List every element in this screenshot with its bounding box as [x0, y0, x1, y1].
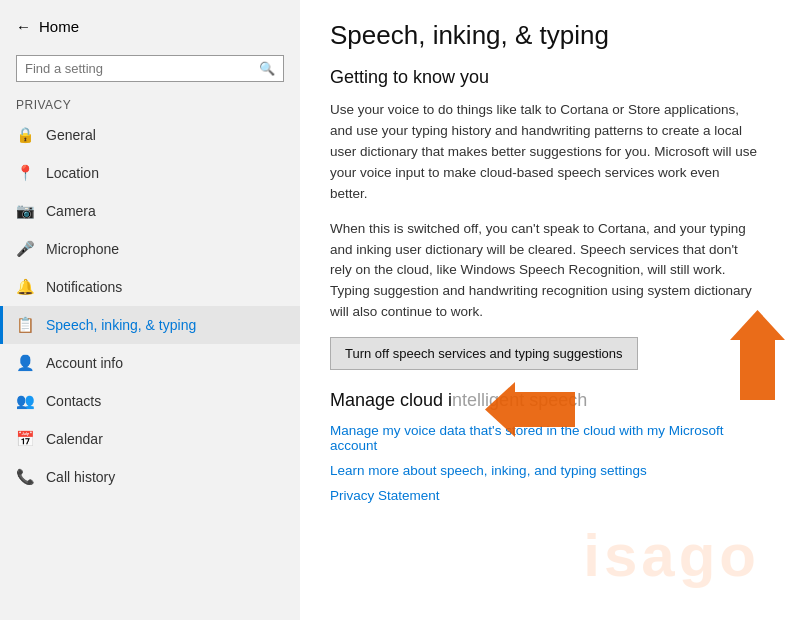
sidebar-item-notifications[interactable]: 🔔 Notifications: [0, 268, 300, 306]
camera-icon: 📷: [16, 202, 34, 220]
general-icon: 🔒: [16, 126, 34, 144]
notifications-icon: 🔔: [16, 278, 34, 296]
home-button[interactable]: ← Home: [16, 14, 79, 39]
section1-body1: Use your voice to do things like talk to…: [330, 100, 760, 205]
sidebar-item-label: Account info: [46, 355, 123, 371]
nav-list: 🔒 General 📍 Location 📷 Camera 🎤 Micropho…: [0, 116, 300, 496]
manage-voice-data-link[interactable]: Manage my voice data that's stored in th…: [330, 423, 760, 453]
sidebar-item-speech[interactable]: 📋 Speech, inking, & typing: [0, 306, 300, 344]
account-info-icon: 👤: [16, 354, 34, 372]
call-history-icon: 📞: [16, 468, 34, 486]
sidebar-item-camera[interactable]: 📷 Camera: [0, 192, 300, 230]
calendar-icon: 📅: [16, 430, 34, 448]
privacy-statement-link[interactable]: Privacy Statement: [330, 488, 760, 503]
section1-title: Getting to know you: [330, 67, 760, 88]
sidebar-item-label: Contacts: [46, 393, 101, 409]
search-button[interactable]: 🔍: [259, 61, 275, 76]
sidebar-item-label: Call history: [46, 469, 115, 485]
sidebar-item-label: Speech, inking, & typing: [46, 317, 196, 333]
sidebar-item-label: Camera: [46, 203, 96, 219]
sidebar: ← Home 🔍 Privacy 🔒 General 📍 Location 📷 …: [0, 0, 300, 620]
learn-more-link[interactable]: Learn more about speech, inking, and typ…: [330, 463, 760, 478]
sidebar-item-label: General: [46, 127, 96, 143]
sidebar-item-label: Location: [46, 165, 99, 181]
search-input[interactable]: [25, 61, 259, 76]
location-icon: 📍: [16, 164, 34, 182]
home-label: Home: [39, 18, 79, 35]
contacts-icon: 👥: [16, 392, 34, 410]
up-arrow-overlay: [730, 310, 785, 403]
page-title: Speech, inking, & typing: [330, 20, 760, 51]
sidebar-item-contacts[interactable]: 👥 Contacts: [0, 382, 300, 420]
watermark: isago: [583, 521, 760, 590]
svg-marker-1: [730, 310, 785, 400]
sidebar-item-call-history[interactable]: 📞 Call history: [0, 458, 300, 496]
sidebar-item-label: Microphone: [46, 241, 119, 257]
microphone-icon: 🎤: [16, 240, 34, 258]
sidebar-header: ← Home: [0, 0, 300, 49]
home-icon: ←: [16, 18, 31, 35]
search-box[interactable]: 🔍: [16, 55, 284, 82]
sidebar-item-account-info[interactable]: 👤 Account info: [0, 344, 300, 382]
speech-icon: 📋: [16, 316, 34, 334]
section1-body2: When this is switched off, you can't spe…: [330, 219, 760, 324]
manage-title: Manage cloud intelligent speech: [330, 390, 760, 411]
sidebar-item-microphone[interactable]: 🎤 Microphone: [0, 230, 300, 268]
sidebar-item-location[interactable]: 📍 Location: [0, 154, 300, 192]
turn-off-button[interactable]: Turn off speech services and typing sugg…: [330, 337, 638, 370]
sidebar-item-label: Notifications: [46, 279, 122, 295]
sidebar-item-general[interactable]: 🔒 General: [0, 116, 300, 154]
privacy-label: Privacy: [0, 92, 300, 116]
main-content: Speech, inking, & typing Getting to know…: [300, 0, 790, 620]
sidebar-item-calendar[interactable]: 📅 Calendar: [0, 420, 300, 458]
sidebar-item-label: Calendar: [46, 431, 103, 447]
